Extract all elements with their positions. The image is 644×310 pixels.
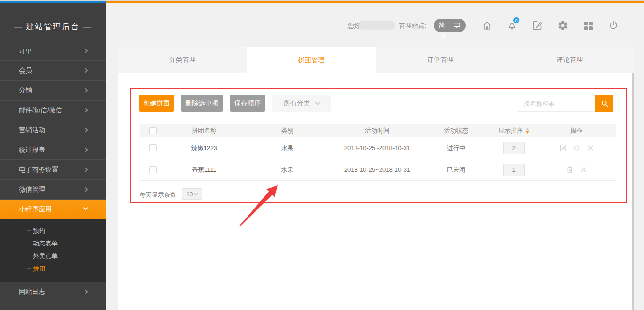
chevron-right-icon <box>83 88 88 93</box>
table-row: 香蕉1111 水果 2018-10-25~2018-10-31 已关闭 1 <box>140 159 616 181</box>
sidebar-title: — 建站管理后台 — <box>0 21 106 32</box>
sidebar-subitem-dynamic-forms[interactable]: 动态表单 <box>0 237 106 250</box>
sidebar-item-marketing[interactable]: 营销活动 <box>0 120 106 140</box>
groupbuy-status: 已关闭 <box>422 166 490 174</box>
groupbuy-category: 水果 <box>242 166 332 174</box>
language-label-overflow: 体 <box>440 32 446 41</box>
create-groupbuy-button[interactable]: 创建拼团 <box>139 95 174 112</box>
sort-asc-icon <box>526 128 529 130</box>
sidebar-item-wechat-management[interactable]: 微信管理 <box>0 180 106 200</box>
select-all-checkbox[interactable] <box>149 127 157 134</box>
disable-power-icon[interactable] <box>573 144 581 152</box>
sidebar-menu: 订单 会员 分销 邮件/短信/微信 营销活动 统计报表 电子商务设置 微信管理 … <box>0 49 106 302</box>
groupbuy-name: 香蕉1111 <box>166 166 242 174</box>
groupbuy-status: 进行中 <box>422 144 490 152</box>
chevron-right-icon <box>83 68 88 73</box>
search-button[interactable] <box>595 95 613 112</box>
category-filter-label: 所有分类 <box>284 99 310 108</box>
chevron-right-icon <box>83 168 88 172</box>
chevron-right-icon <box>83 108 88 113</box>
compose-icon[interactable] <box>532 20 543 31</box>
sort-order-input[interactable]: 1 <box>503 164 525 176</box>
tab-groupbuy-management[interactable]: 拼团管理 <box>247 47 376 73</box>
sidebar-subitem-groupbuy[interactable]: 拼团 <box>0 262 106 275</box>
language-toggle[interactable]: 简 <box>434 19 466 32</box>
username-redacted <box>358 21 395 30</box>
col-category: 类别 <box>242 126 332 135</box>
sidebar-item-mail-sms-wechat[interactable]: 邮件/短信/微信 <box>0 101 106 120</box>
site-label: 管理站点: <box>398 22 427 30</box>
chevron-down-icon <box>315 100 320 105</box>
scrollbar[interactable] <box>632 73 634 310</box>
tab-order-management[interactable]: 订单管理 <box>376 47 505 73</box>
chevron-right-icon <box>83 148 88 152</box>
power-icon[interactable] <box>608 20 619 31</box>
language-label: 简 <box>438 21 445 30</box>
tab-category-management[interactable]: 分类管理 <box>118 47 247 73</box>
chevron-down-icon <box>194 191 198 195</box>
groupbuy-category: 水果 <box>242 144 332 152</box>
sidebar-item-members[interactable]: 会员 <box>0 61 106 81</box>
search-input[interactable] <box>518 95 595 112</box>
delete-x-icon[interactable] <box>579 166 587 174</box>
row-checkbox[interactable] <box>149 166 157 173</box>
report-clipboard-icon[interactable] <box>566 166 574 174</box>
chevron-down-icon <box>83 206 88 210</box>
sidebar-item-ecommerce-settings[interactable]: 电子商务设置 <box>0 160 106 180</box>
sidebar-item-orders[interactable]: 订单 <box>0 49 106 61</box>
chevron-right-icon <box>83 128 88 133</box>
col-sort-order: 显示排序 <box>490 126 537 135</box>
col-status: 活动状态 <box>422 126 490 135</box>
table-row: 辣椒1223 水果 2018-10-25~2018-10-31 进行中 2 <box>140 137 616 159</box>
sidebar-item-site-logs[interactable]: 网站日志 <box>0 282 106 302</box>
col-name: 拼团名称 <box>166 126 242 135</box>
sidebar-subitem-takeout-order[interactable]: 外卖点单 <box>0 250 106 262</box>
sidebar-item-miniprogram-apps[interactable]: 小程序应用 <box>0 200 106 219</box>
delete-selected-button[interactable]: 删除选中项 <box>181 95 223 112</box>
groupbuy-name: 辣椒1223 <box>166 144 242 152</box>
monitor-icon <box>453 22 461 29</box>
top-accent-orange <box>106 1 644 3</box>
search-icon <box>600 99 609 108</box>
table-header: 拼团名称 类别 活动时间 活动状态 显示排序 操作 <box>140 124 616 137</box>
gear-icon[interactable] <box>557 20 569 31</box>
sort-toggle[interactable] <box>526 128 529 134</box>
notification-badge: 0 <box>513 17 520 24</box>
sidebar-subitem-booking[interactable]: 预约 <box>0 224 106 237</box>
groupbuy-time: 2018-10-25~2018-10-31 <box>332 144 422 151</box>
sidebar-item-statistics[interactable]: 统计报表 <box>0 140 106 160</box>
apps-grid-icon[interactable] <box>583 20 594 32</box>
save-order-button[interactable]: 保存顺序 <box>230 95 265 112</box>
page-size-label: 每页显示条数 <box>140 191 176 199</box>
page-size-value: 10 <box>186 191 193 198</box>
sidebar: — 建站管理后台 — 订单 会员 分销 邮件/短信/微信 营销活动 统计报表 电… <box>0 3 106 310</box>
admin-page: — 建站管理后台 — 订单 会员 分销 邮件/短信/微信 营销活动 统计报表 电… <box>0 0 644 310</box>
sidebar-item-distribution[interactable]: 分销 <box>0 81 106 101</box>
category-filter-dropdown[interactable]: 所有分类 <box>272 95 331 112</box>
delete-x-icon[interactable] <box>586 144 594 152</box>
tab-bar: 分类管理 拼团管理 订单管理 评论管理 <box>118 47 634 73</box>
row-checkbox[interactable] <box>149 144 157 151</box>
edit-icon[interactable] <box>559 144 567 152</box>
chevron-right-icon <box>83 49 88 53</box>
home-icon[interactable] <box>481 20 493 31</box>
tab-review-management[interactable]: 评论管理 <box>505 47 635 73</box>
chevron-right-icon <box>83 187 88 192</box>
col-actions: 操作 <box>537 126 616 135</box>
page-size-select[interactable]: 10 <box>182 188 202 200</box>
sidebar-submenu: 预约 动态表单 外卖点单 拼团 <box>0 219 106 282</box>
chevron-right-icon <box>83 290 88 294</box>
groupbuy-time: 2018-10-25~2018-10-31 <box>332 166 422 173</box>
sort-order-input[interactable]: 2 <box>503 142 525 154</box>
col-time: 活动时间 <box>332 126 422 135</box>
notifications-button[interactable]: 0 <box>506 19 518 31</box>
sort-desc-icon <box>526 131 529 134</box>
